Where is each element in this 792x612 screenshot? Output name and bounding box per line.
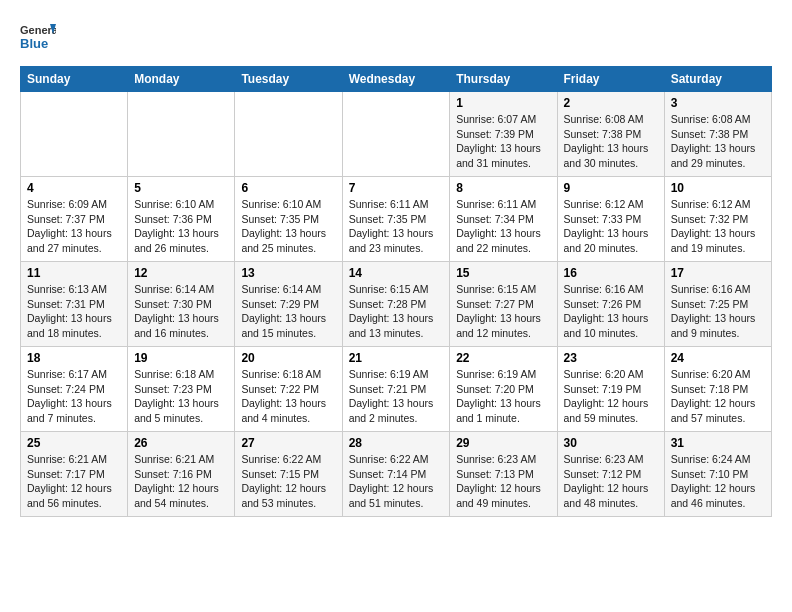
calendar-cell: 14Sunrise: 6:15 AMSunset: 7:28 PMDayligh… <box>342 262 450 347</box>
day-number: 17 <box>671 266 765 280</box>
calendar-week-1: 1Sunrise: 6:07 AMSunset: 7:39 PMDaylight… <box>21 92 772 177</box>
day-info: Sunrise: 6:20 AMSunset: 7:19 PMDaylight:… <box>564 367 658 426</box>
calendar-cell <box>21 92 128 177</box>
day-number: 9 <box>564 181 658 195</box>
day-info: Sunrise: 6:10 AMSunset: 7:36 PMDaylight:… <box>134 197 228 256</box>
day-info: Sunrise: 6:20 AMSunset: 7:18 PMDaylight:… <box>671 367 765 426</box>
weekday-header-saturday: Saturday <box>664 67 771 92</box>
calendar-cell: 31Sunrise: 6:24 AMSunset: 7:10 PMDayligh… <box>664 432 771 517</box>
calendar-cell <box>128 92 235 177</box>
day-number: 19 <box>134 351 228 365</box>
calendar-cell: 11Sunrise: 6:13 AMSunset: 7:31 PMDayligh… <box>21 262 128 347</box>
day-info: Sunrise: 6:11 AMSunset: 7:34 PMDaylight:… <box>456 197 550 256</box>
day-info: Sunrise: 6:14 AMSunset: 7:30 PMDaylight:… <box>134 282 228 341</box>
day-info: Sunrise: 6:22 AMSunset: 7:15 PMDaylight:… <box>241 452 335 511</box>
calendar-cell <box>235 92 342 177</box>
calendar-cell: 18Sunrise: 6:17 AMSunset: 7:24 PMDayligh… <box>21 347 128 432</box>
calendar-cell: 13Sunrise: 6:14 AMSunset: 7:29 PMDayligh… <box>235 262 342 347</box>
calendar-cell: 9Sunrise: 6:12 AMSunset: 7:33 PMDaylight… <box>557 177 664 262</box>
day-number: 6 <box>241 181 335 195</box>
day-number: 15 <box>456 266 550 280</box>
day-info: Sunrise: 6:16 AMSunset: 7:26 PMDaylight:… <box>564 282 658 341</box>
day-info: Sunrise: 6:22 AMSunset: 7:14 PMDaylight:… <box>349 452 444 511</box>
calendar-cell: 16Sunrise: 6:16 AMSunset: 7:26 PMDayligh… <box>557 262 664 347</box>
calendar-cell: 26Sunrise: 6:21 AMSunset: 7:16 PMDayligh… <box>128 432 235 517</box>
day-number: 27 <box>241 436 335 450</box>
day-info: Sunrise: 6:07 AMSunset: 7:39 PMDaylight:… <box>456 112 550 171</box>
day-info: Sunrise: 6:08 AMSunset: 7:38 PMDaylight:… <box>564 112 658 171</box>
day-number: 14 <box>349 266 444 280</box>
day-info: Sunrise: 6:17 AMSunset: 7:24 PMDaylight:… <box>27 367 121 426</box>
day-number: 5 <box>134 181 228 195</box>
day-info: Sunrise: 6:09 AMSunset: 7:37 PMDaylight:… <box>27 197 121 256</box>
calendar-cell: 12Sunrise: 6:14 AMSunset: 7:30 PMDayligh… <box>128 262 235 347</box>
day-number: 1 <box>456 96 550 110</box>
day-number: 11 <box>27 266 121 280</box>
calendar-cell: 25Sunrise: 6:21 AMSunset: 7:17 PMDayligh… <box>21 432 128 517</box>
calendar-cell: 20Sunrise: 6:18 AMSunset: 7:22 PMDayligh… <box>235 347 342 432</box>
day-info: Sunrise: 6:15 AMSunset: 7:27 PMDaylight:… <box>456 282 550 341</box>
calendar-cell: 15Sunrise: 6:15 AMSunset: 7:27 PMDayligh… <box>450 262 557 347</box>
day-info: Sunrise: 6:23 AMSunset: 7:12 PMDaylight:… <box>564 452 658 511</box>
day-info: Sunrise: 6:16 AMSunset: 7:25 PMDaylight:… <box>671 282 765 341</box>
weekday-header-friday: Friday <box>557 67 664 92</box>
day-info: Sunrise: 6:19 AMSunset: 7:21 PMDaylight:… <box>349 367 444 426</box>
day-info: Sunrise: 6:18 AMSunset: 7:22 PMDaylight:… <box>241 367 335 426</box>
calendar-cell: 5Sunrise: 6:10 AMSunset: 7:36 PMDaylight… <box>128 177 235 262</box>
day-number: 12 <box>134 266 228 280</box>
day-info: Sunrise: 6:11 AMSunset: 7:35 PMDaylight:… <box>349 197 444 256</box>
calendar-cell: 3Sunrise: 6:08 AMSunset: 7:38 PMDaylight… <box>664 92 771 177</box>
day-number: 3 <box>671 96 765 110</box>
day-info: Sunrise: 6:21 AMSunset: 7:16 PMDaylight:… <box>134 452 228 511</box>
calendar-cell: 17Sunrise: 6:16 AMSunset: 7:25 PMDayligh… <box>664 262 771 347</box>
day-number: 21 <box>349 351 444 365</box>
calendar-cell: 8Sunrise: 6:11 AMSunset: 7:34 PMDaylight… <box>450 177 557 262</box>
calendar-week-3: 11Sunrise: 6:13 AMSunset: 7:31 PMDayligh… <box>21 262 772 347</box>
weekday-header-thursday: Thursday <box>450 67 557 92</box>
day-info: Sunrise: 6:18 AMSunset: 7:23 PMDaylight:… <box>134 367 228 426</box>
day-number: 10 <box>671 181 765 195</box>
day-info: Sunrise: 6:15 AMSunset: 7:28 PMDaylight:… <box>349 282 444 341</box>
day-number: 13 <box>241 266 335 280</box>
day-number: 29 <box>456 436 550 450</box>
day-number: 2 <box>564 96 658 110</box>
calendar-cell: 6Sunrise: 6:10 AMSunset: 7:35 PMDaylight… <box>235 177 342 262</box>
day-info: Sunrise: 6:21 AMSunset: 7:17 PMDaylight:… <box>27 452 121 511</box>
weekday-header-monday: Monday <box>128 67 235 92</box>
calendar-cell: 23Sunrise: 6:20 AMSunset: 7:19 PMDayligh… <box>557 347 664 432</box>
calendar-cell: 19Sunrise: 6:18 AMSunset: 7:23 PMDayligh… <box>128 347 235 432</box>
day-info: Sunrise: 6:12 AMSunset: 7:33 PMDaylight:… <box>564 197 658 256</box>
calendar-cell: 7Sunrise: 6:11 AMSunset: 7:35 PMDaylight… <box>342 177 450 262</box>
day-number: 28 <box>349 436 444 450</box>
day-number: 20 <box>241 351 335 365</box>
calendar-cell: 29Sunrise: 6:23 AMSunset: 7:13 PMDayligh… <box>450 432 557 517</box>
calendar-body: 1Sunrise: 6:07 AMSunset: 7:39 PMDaylight… <box>21 92 772 517</box>
day-info: Sunrise: 6:10 AMSunset: 7:35 PMDaylight:… <box>241 197 335 256</box>
calendar-table: SundayMondayTuesdayWednesdayThursdayFrid… <box>20 66 772 517</box>
calendar-header: SundayMondayTuesdayWednesdayThursdayFrid… <box>21 67 772 92</box>
calendar-cell: 24Sunrise: 6:20 AMSunset: 7:18 PMDayligh… <box>664 347 771 432</box>
calendar-cell: 22Sunrise: 6:19 AMSunset: 7:20 PMDayligh… <box>450 347 557 432</box>
day-info: Sunrise: 6:24 AMSunset: 7:10 PMDaylight:… <box>671 452 765 511</box>
calendar-cell: 27Sunrise: 6:22 AMSunset: 7:15 PMDayligh… <box>235 432 342 517</box>
calendar-cell: 28Sunrise: 6:22 AMSunset: 7:14 PMDayligh… <box>342 432 450 517</box>
day-number: 24 <box>671 351 765 365</box>
calendar-week-2: 4Sunrise: 6:09 AMSunset: 7:37 PMDaylight… <box>21 177 772 262</box>
day-info: Sunrise: 6:19 AMSunset: 7:20 PMDaylight:… <box>456 367 550 426</box>
day-number: 8 <box>456 181 550 195</box>
calendar-cell <box>342 92 450 177</box>
day-number: 22 <box>456 351 550 365</box>
weekday-header-sunday: Sunday <box>21 67 128 92</box>
day-info: Sunrise: 6:13 AMSunset: 7:31 PMDaylight:… <box>27 282 121 341</box>
calendar-week-4: 18Sunrise: 6:17 AMSunset: 7:24 PMDayligh… <box>21 347 772 432</box>
day-number: 16 <box>564 266 658 280</box>
calendar-week-5: 25Sunrise: 6:21 AMSunset: 7:17 PMDayligh… <box>21 432 772 517</box>
day-number: 18 <box>27 351 121 365</box>
day-info: Sunrise: 6:23 AMSunset: 7:13 PMDaylight:… <box>456 452 550 511</box>
svg-text:Blue: Blue <box>20 36 48 51</box>
logo: General Blue <box>20 20 56 56</box>
day-number: 4 <box>27 181 121 195</box>
day-number: 31 <box>671 436 765 450</box>
calendar-cell: 1Sunrise: 6:07 AMSunset: 7:39 PMDaylight… <box>450 92 557 177</box>
day-info: Sunrise: 6:12 AMSunset: 7:32 PMDaylight:… <box>671 197 765 256</box>
